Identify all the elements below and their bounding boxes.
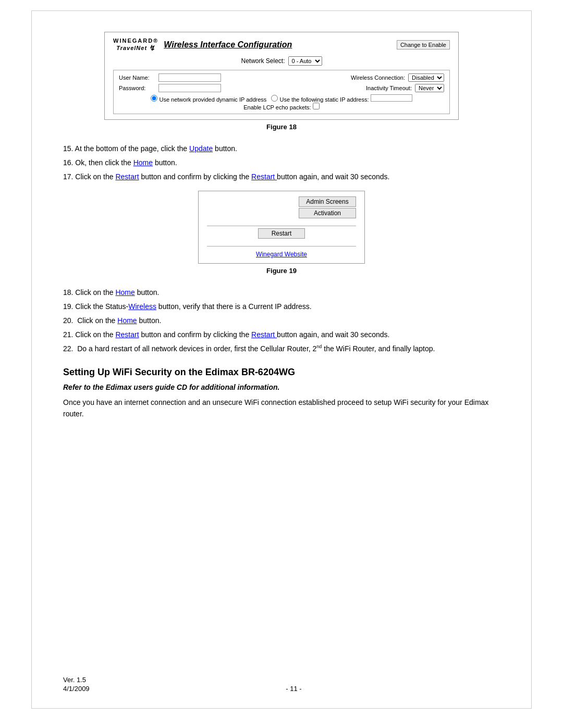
figure19-container: Admin Screens Activation Restart Winegar… xyxy=(63,191,500,282)
static-ip-input[interactable] xyxy=(371,94,412,102)
figure19-caption: Figure 19 xyxy=(266,267,297,275)
winegard-website-link[interactable]: Winegard Website xyxy=(207,251,356,258)
lcp-label: Enable LCP echo packets: xyxy=(243,104,311,110)
section-body: Once you have an internet connection and… xyxy=(63,397,500,420)
password-label: Password: xyxy=(119,85,155,91)
travelnet-name: TravelNet ↯ xyxy=(116,44,155,52)
footer-page-number: - 11 - xyxy=(286,685,301,693)
restart-link-17a[interactable]: Restart xyxy=(115,172,139,181)
instruction-22: 22. Do a hard restart of all network dev… xyxy=(63,343,500,354)
wic-title: Wireless Interface Configuration xyxy=(164,40,292,50)
wic-fields-row-2: Password: Inactivity Timeout: Never xyxy=(119,84,444,92)
instruction-16-number: 16. xyxy=(63,158,73,167)
fig19-restart-row: Restart xyxy=(207,228,356,239)
wic-fields-row-1: User Name: Wireless Connection: Disabled xyxy=(119,73,444,82)
fig19-divider xyxy=(207,226,356,226)
section-sub-heading: Refer to the Edimax users guide CD for a… xyxy=(63,383,500,391)
update-link[interactable]: Update xyxy=(189,144,213,153)
wic-fields-box: User Name: Wireless Connection: Disabled… xyxy=(113,70,450,114)
instruction-15: 15. At the bottom of the page, click the… xyxy=(63,143,500,154)
wic-box: WINEGARD® TravelNet ↯ Wireless Interface… xyxy=(104,32,459,120)
static-ip-label: Use the following static IP address: xyxy=(280,96,369,103)
restart-link-17b[interactable]: Restart xyxy=(251,172,277,181)
instruction-17: 17. Click on the Restart button and conf… xyxy=(63,171,500,182)
brand-name: WINEGARD® xyxy=(113,38,158,44)
home-link-20[interactable]: Home xyxy=(117,316,137,325)
wic-logo-title: WINEGARD® TravelNet ↯ Wireless Interface… xyxy=(113,38,292,52)
dynamic-ip-label: Use network provided dynamic IP address xyxy=(159,96,266,103)
home-link-18[interactable]: Home xyxy=(115,288,134,297)
restart-link-21b[interactable]: Restart xyxy=(251,330,277,339)
instruction-16: 16. Ok, then click the Home button. xyxy=(63,157,500,168)
inactivity-timeout-select[interactable]: Never xyxy=(415,84,444,92)
static-ip-radio[interactable] xyxy=(271,95,278,102)
dynamic-ip-row: Use network provided dynamic IP address … xyxy=(119,94,444,103)
winegard-logo: WINEGARD® TravelNet ↯ xyxy=(113,38,158,52)
user-name-label: User Name: xyxy=(119,75,155,81)
inactivity-timeout-label: Inactivity Timeout: xyxy=(366,85,412,91)
wic-header: WINEGARD® TravelNet ↯ Wireless Interface… xyxy=(113,38,450,52)
instruction-20: 20. Click on the Home button. xyxy=(63,315,500,326)
version-label: Ver. 1.5 xyxy=(63,676,90,684)
fig19-box: Admin Screens Activation Restart Winegar… xyxy=(198,191,365,264)
instruction-18: 18. Click on the Home button. xyxy=(63,287,500,298)
lcp-row: Enable LCP echo packets: xyxy=(119,103,444,110)
instruction-19: 19. Click the Status-Wireless button, ve… xyxy=(63,301,500,312)
wireless-connection-select[interactable]: Disabled xyxy=(408,73,444,82)
winegard-website-anchor[interactable]: Winegard Website xyxy=(256,251,307,258)
admin-screens-button[interactable]: Admin Screens xyxy=(299,196,356,207)
network-select-dropdown[interactable]: 0 - Auto xyxy=(288,56,322,66)
lcp-checkbox[interactable] xyxy=(313,103,320,109)
wireless-connection-label: Wireless Connection: xyxy=(351,75,405,81)
page-footer: Ver. 1.5 4/1/2009 - 11 - xyxy=(63,676,500,693)
restart-link-21a[interactable]: Restart xyxy=(115,330,139,339)
section-heading: Setting Up WiFi Security on the Edimax B… xyxy=(63,367,500,378)
footer-version: Ver. 1.5 4/1/2009 xyxy=(63,676,90,693)
instruction-17-number: 17. xyxy=(63,172,73,181)
instruction-15-number: 15. xyxy=(63,144,73,153)
restart-button[interactable]: Restart xyxy=(258,228,305,239)
network-select-label: Network Select: xyxy=(241,57,285,65)
activation-button[interactable]: Activation xyxy=(299,208,356,218)
fig19-buttons: Admin Screens Activation xyxy=(207,196,356,218)
date-label: 4/1/2009 xyxy=(63,685,90,693)
password-input[interactable] xyxy=(158,84,221,92)
instructions-post: 18. Click on the Home button. 19. Click … xyxy=(63,287,500,354)
change-to-enable-btn[interactable]: Change to Enable xyxy=(397,40,450,50)
figure18-container: WINEGARD® TravelNet ↯ Wireless Interface… xyxy=(63,32,500,138)
instruction-21: 21. Click on the Restart button and conf… xyxy=(63,329,500,340)
figure18-caption: Figure 18 xyxy=(266,123,297,131)
instructions-pre: 15. At the bottom of the page, click the… xyxy=(63,143,500,182)
page: WINEGARD® TravelNet ↯ Wireless Interface… xyxy=(31,10,532,709)
wireless-link-19[interactable]: Wireless xyxy=(128,302,156,311)
network-select-row: Network Select: 0 - Auto xyxy=(113,56,450,66)
fig19-divider2 xyxy=(207,246,356,246)
user-name-input[interactable] xyxy=(158,73,221,82)
dynamic-ip-radio[interactable] xyxy=(151,95,157,102)
home-link-16[interactable]: Home xyxy=(133,158,153,167)
antenna-icon: ↯ xyxy=(149,44,155,52)
